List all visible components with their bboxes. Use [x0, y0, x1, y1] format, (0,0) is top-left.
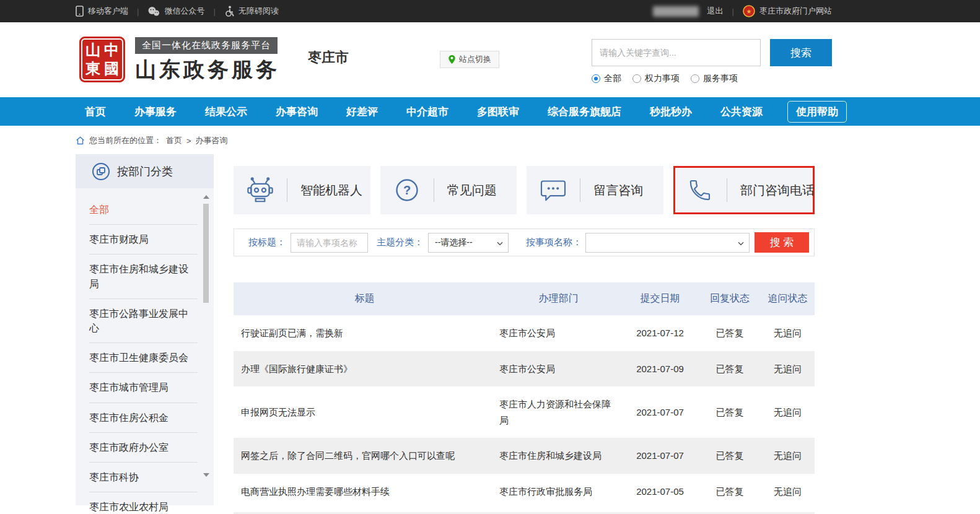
sidebar-item[interactable]: 枣庄市财政局	[89, 225, 198, 255]
tab-department-phone[interactable]: 部门咨询电话	[673, 166, 815, 214]
search-scope-radio[interactable]: 服务事项	[691, 73, 738, 84]
sidebar-item[interactable]: 枣庄市卫生健康委员会	[89, 343, 198, 373]
cell-department: 枣庄市住房和城乡建设局	[496, 438, 621, 474]
cell-followup_status: 无追问	[761, 438, 815, 474]
accessibility-link[interactable]: 无障碍阅读	[224, 6, 279, 17]
nav-item[interactable]: 秒批秒办	[650, 105, 692, 119]
table-row[interactable]: 申报网页无法显示枣庄市人力资源和社会保障局2021-07-07已答复无追问	[234, 386, 815, 438]
tab-faq[interactable]: ?常见问题	[380, 166, 517, 214]
cell-date: 2021-07-07	[621, 438, 699, 474]
cell-department: 枣庄市人力资源和社会保障局	[496, 386, 621, 438]
title-filter-input[interactable]	[291, 233, 368, 253]
wechat-icon	[147, 6, 160, 17]
tab-smart-robot[interactable]: 智能机器人	[234, 166, 370, 214]
search-button[interactable]: 搜索	[770, 39, 832, 66]
accessibility-icon	[224, 6, 234, 17]
sidebar-item[interactable]: 全部	[89, 195, 198, 225]
consult-tabs: 智能机器人?常见问题留言咨询部门咨询电话	[234, 166, 815, 214]
sidebar-item[interactable]: 枣庄市政府办公室	[89, 433, 198, 463]
sidebar-item[interactable]: 枣庄市科协	[89, 463, 198, 492]
item-select[interactable]	[585, 233, 750, 253]
seal-char: 山	[84, 41, 102, 59]
phone-icon	[673, 178, 727, 203]
cell-title[interactable]: 电商营业执照办理需要哪些材料手续	[234, 474, 496, 510]
nav-item[interactable]: 好差评	[346, 105, 378, 119]
divider	[727, 178, 727, 202]
cell-department: 枣庄市公安局	[496, 315, 621, 351]
nav-item[interactable]: 公共资源	[720, 105, 763, 119]
nav-item[interactable]: 综合服务旗舰店	[548, 105, 621, 119]
nav-item[interactable]: 首页	[85, 105, 106, 119]
radio-label: 权力事项	[645, 73, 680, 84]
portal-site-link[interactable]: ★ 枣庄市政府门户网站	[743, 5, 832, 17]
sidebar-item[interactable]: 枣庄市农业农村局	[89, 492, 198, 514]
column-header: 标题	[234, 282, 496, 315]
nav-item[interactable]: 办事服务	[134, 105, 177, 119]
cell-reply_status: 已答复	[699, 438, 761, 474]
mobile-client-link[interactable]: 移动客户端	[76, 6, 128, 17]
platform-tag: 全国一体化在线政务服务平台	[135, 37, 278, 54]
sidebar-item[interactable]: 枣庄市公路事业发展中心	[89, 299, 198, 343]
site-title: 山东政务服务	[135, 56, 280, 84]
table-row[interactable]: 网签之后，除了合同二维码，官网哪个入口可以查呢枣庄市住房和城乡建设局2021-0…	[234, 438, 815, 474]
table-row[interactable]: 行驶证副页已满，需换新枣庄市公安局2021-07-12已答复无追问	[234, 315, 815, 351]
logout-link[interactable]: 退出	[707, 6, 724, 17]
national-emblem-icon: ★	[743, 5, 755, 17]
cell-title[interactable]: 行驶证副页已满，需换新	[234, 315, 496, 351]
topbar-right: 退出 | ★ 枣庄市政府门户网站	[653, 5, 832, 17]
topic-select[interactable]: --请选择--	[428, 233, 509, 253]
search-scope-radio[interactable]: 权力事项	[632, 73, 680, 84]
site-switch-label: 站点切换	[459, 54, 491, 65]
nav-item[interactable]: 办事咨询	[276, 105, 318, 119]
filter-search-button[interactable]: 搜 索	[755, 232, 809, 253]
breadcrumb-home[interactable]: 首页	[166, 135, 182, 146]
scroll-down-arrow[interactable]	[203, 473, 209, 477]
cell-date: 2021-07-09	[621, 351, 699, 387]
consult-table-body: 行驶证副页已满，需换新枣庄市公安局2021-07-12已答复无追问办理《国际旅行…	[234, 315, 815, 509]
nav-item[interactable]: 中介超市	[406, 105, 448, 119]
nav-item[interactable]: 多图联审	[477, 105, 519, 119]
sidebar-item[interactable]: 枣庄市住房公积金	[89, 403, 198, 433]
main-nav-bar: 首页办事服务结果公示办事咨询好差评中介超市多图联审综合服务旗舰店秒批秒办公共资源…	[0, 97, 980, 126]
radio-unchecked-icon	[691, 74, 699, 83]
svg-text:★: ★	[746, 8, 752, 15]
tab-label: 留言咨询	[593, 182, 643, 199]
chevron-down-icon	[496, 239, 504, 248]
svg-text:?: ?	[403, 183, 411, 197]
topbar: 移动客户端 | 微信公众号 | 无障碍阅读 退出 | ★ 枣庄市政府门户网站	[0, 0, 980, 22]
sidebar-item[interactable]: 枣庄市城市管理局	[89, 373, 198, 403]
tab-message-consult[interactable]: 留言咨询	[527, 166, 663, 214]
wechat-link[interactable]: 微信公众号	[147, 6, 204, 17]
cell-reply_status: 已答复	[699, 315, 761, 351]
cell-date: 2021-07-12	[621, 315, 699, 351]
scrollbar-thumb[interactable]	[203, 204, 209, 303]
username-redacted	[653, 6, 699, 17]
nav-item[interactable]: 使用帮助	[787, 101, 847, 123]
tab-label: 部门咨询电话	[740, 182, 815, 199]
search-scope-radio[interactable]: 全部	[592, 73, 621, 84]
keyword-search-input[interactable]	[592, 39, 761, 66]
scroll-up-arrow[interactable]	[203, 195, 209, 199]
cell-followup_status: 无追问	[761, 351, 815, 387]
home-icon	[76, 136, 85, 145]
cell-title[interactable]: 申报网页无法显示	[234, 386, 496, 438]
department-list: 全部枣庄市财政局枣庄市住房和城乡建设局枣庄市公路事业发展中心枣庄市卫生健康委员会…	[76, 188, 214, 514]
category-icon	[92, 162, 110, 181]
nav-item[interactable]: 结果公示	[205, 105, 247, 119]
department-sidebar: 按部门分类 全部枣庄市财政局枣庄市住房和城乡建设局枣庄市公路事业发展中心枣庄市卫…	[76, 154, 214, 505]
mobile-client-label: 移动客户端	[88, 6, 128, 17]
sidebar-item[interactable]: 枣庄市住房和城乡建设局	[89, 255, 198, 298]
table-row[interactable]: 电商营业执照办理需要哪些材料手续枣庄市行政审批服务局2021-07-05已答复无…	[234, 474, 815, 510]
site-header: 山中東國 全国一体化在线政务服务平台 山东政务服务 枣庄市 站点切换 搜索 全部…	[0, 22, 980, 97]
cell-followup_status: 无追问	[761, 386, 815, 438]
cell-title[interactable]: 网签之后，除了合同二维码，官网哪个入口可以查呢	[234, 438, 496, 474]
table-row[interactable]: 办理《国际旅行健康证书》枣庄市公安局2021-07-09已答复无追问	[234, 351, 815, 387]
robot-icon	[234, 177, 287, 203]
site-switch-button[interactable]: 站点切换	[440, 51, 499, 68]
search-scope-radios: 全部权力事项服务事项	[592, 73, 832, 84]
cell-date: 2021-07-05	[621, 474, 699, 510]
cell-title[interactable]: 办理《国际旅行健康证书》	[234, 351, 496, 387]
breadcrumb: 您当前所在的位置： 首页 > 办事咨询	[76, 126, 832, 154]
site-logo: 全国一体化在线政务服务平台 山东政务服务	[135, 37, 280, 84]
city-name: 枣庄市	[308, 48, 349, 67]
